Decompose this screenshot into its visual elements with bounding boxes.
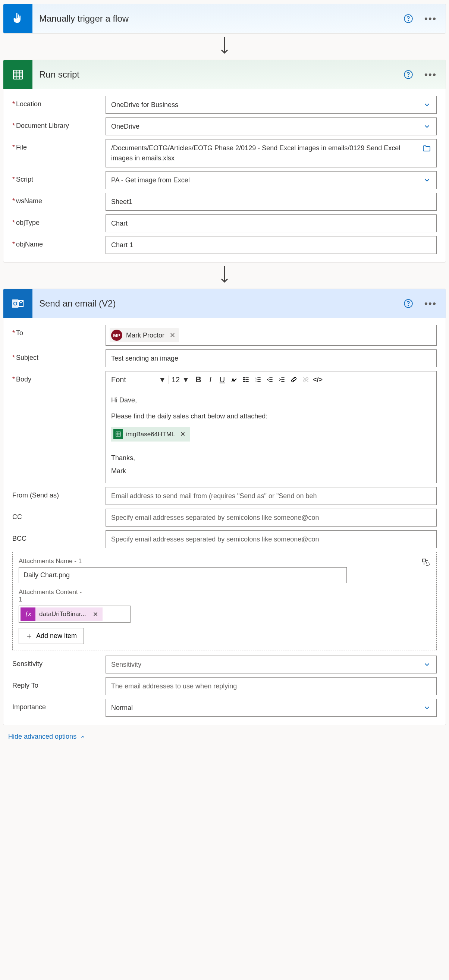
folder-icon[interactable]: [422, 144, 431, 153]
cc-input[interactable]: [105, 509, 437, 527]
svg-rect-18: [426, 563, 429, 566]
svg-text:O: O: [13, 301, 17, 307]
chevron-down-icon: [423, 123, 431, 130]
svg-point-9: [408, 305, 409, 306]
replyto-label: Reply To: [12, 682, 38, 689]
svg-point-10: [244, 377, 245, 379]
connector-arrow: [3, 262, 446, 289]
doclib-label: Document Library: [16, 122, 69, 129]
wsname-label: wsName: [16, 197, 42, 205]
wsname-input[interactable]: Sheet1: [105, 193, 437, 211]
bold-icon[interactable]: B: [193, 374, 204, 386]
rte-content[interactable]: Hi Dave, Please find the daily sales cha…: [106, 388, 436, 483]
help-icon[interactable]: [403, 299, 413, 309]
bullet-list-icon[interactable]: [240, 374, 252, 386]
to-input[interactable]: MP Mark Proctor ✕: [105, 325, 437, 346]
location-select[interactable]: OneDrive for Business: [105, 96, 437, 114]
trigger-title: Manually trigger a flow: [39, 13, 403, 24]
connector-arrow: [3, 33, 446, 60]
fx-icon: ƒx: [21, 608, 35, 621]
size-select[interactable]: 12▼: [169, 375, 192, 384]
trigger-header[interactable]: Manually trigger a flow •••: [3, 4, 446, 33]
sensitivity-label: Sensitivity: [12, 660, 43, 668]
attachments-section: Attachments Name - 1 Daily Chart.png Att…: [12, 552, 437, 650]
excel-icon: [113, 429, 123, 439]
number-list-icon[interactable]: 123: [253, 374, 264, 386]
recipient-pill[interactable]: MP Mark Proctor ✕: [110, 328, 179, 342]
run-script-card: Run script ••• *Location OneDrive for Bu…: [3, 60, 446, 262]
body-editor: Font▼ 12▼ B I U 123 </> Hi Dave, Ple: [105, 371, 437, 483]
italic-icon[interactable]: I: [205, 374, 216, 386]
subject-input[interactable]: Test sending an image: [105, 349, 437, 368]
code-view-icon[interactable]: </>: [312, 374, 323, 386]
add-item-button[interactable]: Add new item: [19, 628, 84, 644]
svg-point-11: [244, 379, 245, 380]
underline-icon[interactable]: U: [217, 374, 228, 386]
from-input[interactable]: [105, 487, 437, 505]
script-select[interactable]: PA - Get image from Excel: [105, 171, 437, 189]
chevron-down-icon: [423, 704, 431, 712]
from-label: From (Send as): [12, 492, 59, 499]
help-icon[interactable]: [403, 14, 413, 24]
dynamic-token-chip[interactable]: imgBase64HTML ✕: [111, 427, 190, 442]
location-label: Location: [16, 100, 41, 108]
font-select[interactable]: Font▼: [109, 375, 169, 384]
chevron-down-icon: [423, 176, 431, 184]
unlink-icon[interactable]: [300, 374, 311, 386]
send-email-title: Send an email (V2): [39, 298, 403, 309]
file-label: File: [16, 143, 27, 151]
attachment-content-label: Attachments Content - 1: [19, 589, 86, 603]
svg-point-5: [408, 76, 409, 77]
chevron-down-icon: [423, 101, 431, 109]
attachment-name-label: Attachments Name - 1: [19, 557, 82, 565]
remove-expression-icon[interactable]: ✕: [93, 611, 98, 618]
body-label: Body: [16, 375, 31, 383]
objname-input[interactable]: Chart 1: [105, 236, 437, 254]
replyto-input[interactable]: [105, 677, 437, 695]
link-icon[interactable]: [288, 374, 299, 386]
file-input[interactable]: /Documents/EOTG/Articles/EOTG Phase 2/01…: [105, 139, 437, 167]
send-email-header[interactable]: O Send an email (V2) •••: [3, 289, 446, 318]
outlook-icon: O: [3, 289, 32, 318]
cc-label: CC: [12, 513, 22, 520]
send-email-card: O Send an email (V2) ••• *To MP Mark Pro…: [3, 289, 446, 725]
outdent-icon[interactable]: [264, 374, 275, 386]
svg-rect-3: [13, 70, 22, 79]
bcc-label: BCC: [12, 535, 27, 542]
svg-rect-17: [422, 559, 425, 562]
chevron-down-icon: [423, 660, 431, 669]
bcc-input[interactable]: [105, 530, 437, 548]
importance-label: Importance: [12, 703, 46, 711]
switch-mode-icon[interactable]: [421, 558, 430, 567]
to-label: To: [16, 329, 23, 337]
objtype-input[interactable]: Chart: [105, 215, 437, 232]
attachment-name-input[interactable]: Daily Chart.png: [19, 567, 347, 583]
subject-label: Subject: [16, 354, 38, 361]
manual-trigger-icon: [3, 4, 32, 33]
excel-icon: [3, 60, 32, 89]
svg-point-1: [408, 21, 409, 21]
remove-recipient-icon[interactable]: ✕: [170, 331, 175, 339]
expression-chip[interactable]: ƒx dataUriToBinar... ✕: [21, 608, 103, 621]
caret-down-icon: ▼: [182, 375, 189, 384]
hide-advanced-link[interactable]: Hide advanced options: [8, 733, 85, 741]
sensitivity-select[interactable]: [105, 655, 437, 673]
rte-toolbar: Font▼ 12▼ B I U 123 </>: [106, 371, 436, 388]
trigger-card: Manually trigger a flow •••: [3, 4, 446, 33]
objtype-label: objType: [16, 219, 40, 226]
indent-icon[interactable]: [276, 374, 288, 386]
script-label: Script: [16, 176, 33, 183]
importance-select[interactable]: Normal: [105, 699, 437, 717]
color-icon[interactable]: [229, 374, 240, 386]
remove-token-icon[interactable]: ✕: [180, 429, 185, 439]
caret-down-icon: ▼: [159, 375, 166, 384]
doclib-select[interactable]: OneDrive: [105, 118, 437, 135]
svg-text:3: 3: [255, 380, 256, 383]
svg-rect-16: [116, 432, 121, 436]
run-script-title: Run script: [39, 69, 403, 80]
run-script-header[interactable]: Run script •••: [3, 60, 446, 89]
attachment-content-input[interactable]: ƒx dataUriToBinar... ✕: [19, 606, 131, 623]
help-icon[interactable]: [403, 70, 413, 80]
objname-label: objName: [16, 240, 43, 248]
svg-point-12: [244, 381, 245, 382]
